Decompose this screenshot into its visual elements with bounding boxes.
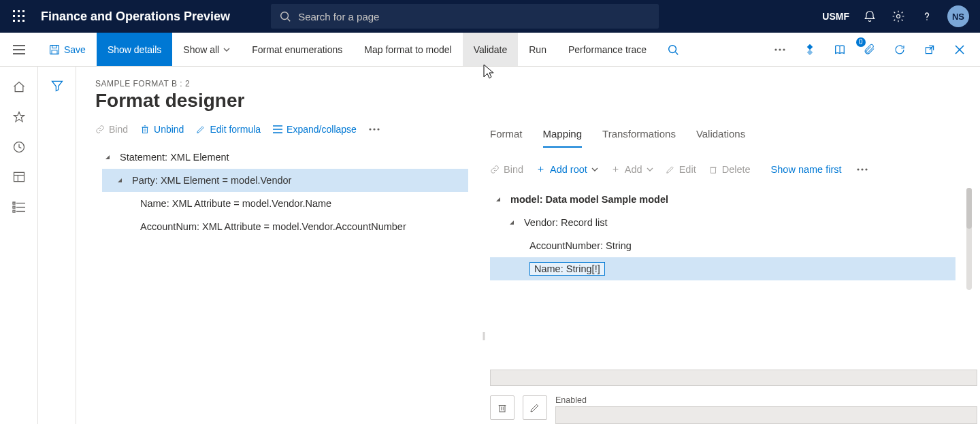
chevron-down-icon [223, 48, 230, 52]
tree-row[interactable]: Statement: XML Element [102, 146, 468, 169]
nav-toggle-icon[interactable] [0, 33, 38, 66]
close-icon[interactable] [950, 40, 969, 59]
add-button[interactable]: ＋ Add [610, 163, 653, 176]
svg-point-55 [865, 168, 867, 170]
recent-icon[interactable] [11, 139, 27, 155]
diamond-icon[interactable] [800, 40, 819, 59]
filter-icon[interactable] [50, 79, 64, 424]
left-more-icon[interactable] [369, 128, 380, 131]
popout-icon[interactable] [920, 40, 939, 59]
chevron-down-icon [647, 167, 653, 172]
tab-label: Format [490, 128, 523, 140]
tree-row[interactable]: model: Data model Sample model [490, 188, 956, 211]
tree-row[interactable]: Name: XML Attribute = model.Vendor.Name [102, 192, 468, 215]
caret-icon [493, 196, 504, 203]
more-icon[interactable] [770, 40, 789, 59]
svg-line-10 [288, 19, 291, 22]
edit-formula-button[interactable]: Edit formula [196, 124, 261, 135]
tree-row[interactable]: Vendor: Record list [490, 211, 956, 234]
delete-label: Delete [722, 164, 751, 175]
body: SAMPLE FORMAT B : 2 Format designer Bind… [0, 67, 980, 424]
refresh-icon[interactable] [890, 40, 909, 59]
show-name-first-button[interactable]: Show name first [771, 164, 842, 175]
tree-row-selected[interactable]: Name: String[!] [490, 257, 956, 280]
tab-mapping[interactable]: Mapping [543, 124, 583, 148]
svg-point-22 [779, 48, 781, 50]
app-launcher-icon[interactable] [5, 0, 33, 33]
notifications-icon[interactable] [862, 8, 878, 25]
add-root-button[interactable]: ＋ Add root [536, 163, 598, 176]
favorites-icon[interactable] [11, 109, 27, 125]
tree-row[interactable]: AccountNumber: String [490, 234, 956, 257]
workspaces-icon[interactable] [11, 169, 27, 185]
right-more-icon[interactable] [857, 168, 868, 171]
attachment-badge: 0 [856, 37, 866, 47]
user-avatar[interactable]: NS [947, 5, 969, 27]
tree-label: Party: XML Element = model.Vendor [132, 175, 291, 186]
book-icon[interactable] [830, 40, 849, 59]
settings-icon[interactable] [890, 8, 906, 25]
svg-point-19 [669, 45, 676, 52]
expand-collapse-label: Expand/collapse [287, 124, 357, 135]
show-name-first-label: Show name first [771, 164, 842, 175]
breadcrumb: SAMPLE FORMAT B : 2 [95, 79, 980, 88]
svg-rect-7 [18, 20, 20, 22]
scrollbar[interactable] [966, 188, 972, 290]
edit-button[interactable]: Edit [666, 164, 696, 175]
tab-transformations[interactable]: Transformations [602, 124, 676, 148]
svg-rect-17 [52, 45, 56, 48]
split-handle[interactable]: || [476, 246, 490, 424]
caret-icon [506, 219, 517, 226]
list-icon [273, 125, 282, 133]
format-tree-panel: Bind Unbind Edit formula Expand/collapse [95, 124, 476, 424]
bind-button[interactable]: Bind [95, 124, 128, 135]
tab-label: Validations [696, 128, 745, 140]
detail-delete-button[interactable] [490, 395, 514, 420]
show-details-button[interactable]: Show details [97, 33, 172, 66]
delete-button[interactable]: Delete [708, 164, 751, 175]
company-label[interactable]: USMF [822, 11, 849, 22]
expand-collapse-button[interactable]: Expand/collapse [273, 124, 357, 135]
run-label: Run [529, 44, 546, 55]
home-icon[interactable] [11, 79, 27, 95]
global-search[interactable] [271, 4, 659, 29]
tab-label: Mapping [543, 128, 583, 140]
help-icon[interactable] [919, 8, 935, 25]
svg-point-23 [783, 48, 785, 50]
performance-trace-button[interactable]: Performance trace [557, 33, 657, 66]
svg-point-9 [281, 12, 289, 20]
svg-point-50 [377, 128, 379, 130]
detail-edit-button[interactable] [523, 395, 547, 420]
unbind-button[interactable]: Unbind [140, 124, 184, 135]
svg-rect-56 [500, 406, 505, 412]
validate-label: Validate [474, 44, 508, 55]
search-input[interactable] [298, 11, 651, 22]
svg-point-54 [861, 168, 863, 170]
format-enumerations-button[interactable]: Format enumerations [241, 33, 353, 66]
save-button[interactable]: Save [38, 33, 97, 66]
tab-format[interactable]: Format [490, 124, 523, 148]
find-button[interactable] [657, 33, 689, 66]
enabled-field[interactable] [555, 406, 977, 424]
tree-row[interactable]: AccountNum: XML Attribute = model.Vendor… [102, 215, 468, 238]
scrollbar-thumb[interactable] [966, 188, 972, 229]
map-format-to-model-button[interactable]: Map format to model [353, 33, 462, 66]
search-icon [279, 10, 291, 22]
tab-validations[interactable]: Validations [696, 124, 745, 148]
right-bind-button[interactable]: Bind [490, 164, 523, 175]
modules-icon[interactable] [11, 199, 27, 215]
run-button[interactable]: Run [518, 33, 557, 66]
app-title: Finance and Operations Preview [41, 10, 230, 24]
svg-rect-18 [52, 50, 57, 54]
show-all-button[interactable]: Show all [172, 33, 241, 66]
svg-rect-40 [143, 127, 148, 133]
trash-icon [140, 125, 150, 134]
detail-header-strip [490, 370, 977, 386]
svg-rect-51 [710, 167, 715, 173]
validate-button[interactable]: Validate [463, 33, 519, 66]
filter-column [38, 67, 76, 424]
attachments-icon[interactable]: 0 [860, 40, 879, 59]
tree-row-selected[interactable]: Party: XML Element = model.Vendor [102, 169, 468, 192]
plus-icon: ＋ [536, 163, 546, 176]
page-title: Format designer [95, 90, 980, 112]
